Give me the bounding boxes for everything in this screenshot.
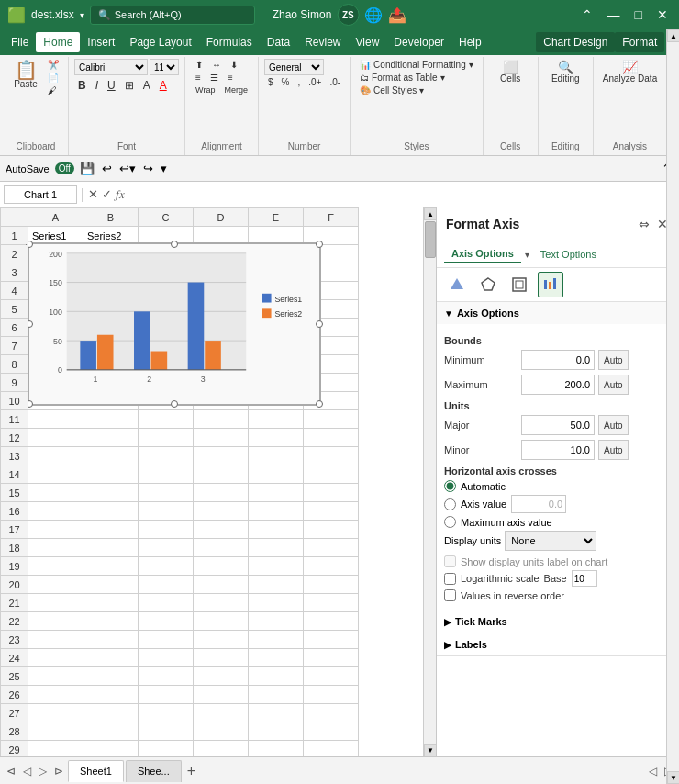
cell-r15-c2[interactable] [139,484,194,502]
cell-r19-c4[interactable] [249,557,304,576]
sheet-tab-sheet1[interactable]: Sheet1 [68,760,124,782]
cell-r11-c1[interactable] [83,410,139,429]
cell-r29-c0[interactable] [28,741,83,757]
paste-button[interactable]: 📋 Paste [9,59,42,91]
cell-r14-c0[interactable] [28,465,83,484]
cell-r20-c1[interactable] [83,576,139,594]
decrease-decimal-button[interactable]: .0- [326,76,344,88]
cell-r16-c2[interactable] [139,502,194,521]
cell-r11-c5[interactable] [304,410,359,429]
chart-handle-tc[interactable] [171,241,178,248]
italic-button[interactable]: I [92,78,102,93]
menu-insert[interactable]: Insert [80,32,122,52]
align-right-button[interactable]: ≡ [224,72,237,84]
format-painter-button[interactable]: 🖌 [44,84,62,96]
cell-r22-c1[interactable] [83,612,139,631]
add-sheet-button[interactable]: + [184,763,199,779]
sheet-nav-prev[interactable]: ◁ [20,765,34,778]
cell-r15-c3[interactable] [194,484,249,502]
cell-r29-c2[interactable] [139,741,194,757]
cell-r13-c2[interactable] [139,447,194,465]
merge-cells-button[interactable]: Merge [220,84,251,95]
formula-input[interactable] [128,189,675,200]
maximize-btn[interactable]: □ [631,7,646,22]
panel-scrollbar[interactable]: ▲ ▼ [666,207,679,756]
cell-r29-c4[interactable] [249,741,304,757]
cell-r25-c2[interactable] [139,667,194,686]
cell-r23-c1[interactable] [83,631,139,649]
cell-r12-c2[interactable] [139,429,194,447]
font-color-button[interactable]: A [156,78,171,93]
cell-r16-c3[interactable] [194,502,249,521]
currency-button[interactable]: $ [264,76,277,88]
cell-r18-c2[interactable] [139,539,194,557]
cell-r26-c5[interactable] [304,686,359,704]
cell-r25-c0[interactable] [28,667,83,686]
cell-r12-c3[interactable] [194,429,249,447]
border-button[interactable]: ⊞ [121,78,138,93]
cut-button[interactable]: ✂️ [44,59,62,71]
cell-r21-c1[interactable] [83,594,139,612]
bold-button[interactable]: B [74,78,90,93]
axis-value-radio[interactable] [444,498,456,510]
section-axis-options-header[interactable]: ▼ Axis Options [437,302,679,324]
cell-r13-c3[interactable] [194,447,249,465]
chart-handle-tr[interactable] [316,241,323,248]
cell-r13-c1[interactable] [83,447,139,465]
cell-r18-c1[interactable] [83,539,139,557]
minimize-btn[interactable]: — [604,7,624,22]
save-button[interactable]: 💾 [78,160,96,177]
cell-r19-c1[interactable] [83,557,139,576]
scroll-down-btn[interactable]: ▼ [424,744,436,756]
copy-button[interactable]: 📄 [44,72,62,84]
menu-chart-design[interactable]: Chart Design [536,32,615,52]
cell-r21-c3[interactable] [194,594,249,612]
automatic-radio[interactable] [444,480,456,492]
autosave-toggle[interactable]: Off [55,162,74,174]
cell-r20-c3[interactable] [194,576,249,594]
underline-button[interactable]: U [104,78,119,93]
panel-resize-btn[interactable]: ⇔ [637,215,651,233]
cell-r28-c0[interactable] [28,722,83,741]
cell-r19-c2[interactable] [139,557,194,576]
cell-r27-c1[interactable] [83,704,139,722]
section-labels[interactable]: ▶ Labels [437,633,679,656]
font-size-select[interactable]: 11 [150,59,179,75]
col-header-a[interactable]: A [28,208,83,227]
cell-r24-c3[interactable] [194,649,249,667]
cell-r15-c1[interactable] [83,484,139,502]
cell-r17-c2[interactable] [139,521,194,539]
log-base-input[interactable] [572,570,597,587]
ribbon-toggle-btn[interactable]: ⌃ [578,7,596,22]
cell-r23-c2[interactable] [139,631,194,649]
menu-data[interactable]: Data [260,32,297,52]
fill-color-button[interactable]: A [139,78,154,93]
cell-r17-c5[interactable] [304,521,359,539]
panel-icon-fill[interactable] [444,272,470,297]
conditional-formatting-button[interactable]: 📊 Conditional Formatting ▾ [356,59,477,71]
cell-r29-c3[interactable] [194,741,249,757]
menu-file[interactable]: File [4,32,36,52]
cell-r12-c4[interactable] [249,429,304,447]
cell-r21-c4[interactable] [249,594,304,612]
search-box[interactable]: 🔍 Search (Alt+Q) [90,6,255,25]
cell-r11-c3[interactable] [194,410,249,429]
minor-input[interactable] [521,440,595,460]
sheet-tab-sheet2[interactable]: Shee... [126,760,182,782]
cell-r11-c2[interactable] [139,410,194,429]
menu-help[interactable]: Help [451,32,489,52]
cell-r22-c0[interactable] [28,612,83,631]
cell-r16-c1[interactable] [83,502,139,521]
cell-r19-c0[interactable] [28,557,83,576]
cell-r28-c3[interactable] [194,722,249,741]
cell-r18-c3[interactable] [194,539,249,557]
cell-r20-c5[interactable] [304,576,359,594]
cell-r23-c0[interactable] [28,631,83,649]
sheet-nav-next[interactable]: ▷ [36,765,50,778]
major-input[interactable] [521,415,595,435]
cell-r14-c1[interactable] [83,465,139,484]
format-as-table-button[interactable]: 🗂 Format as Table ▾ [356,72,449,84]
cell-r29-c5[interactable] [304,741,359,757]
cell-r28-c5[interactable] [304,722,359,741]
menu-format[interactable]: Format [615,32,664,52]
